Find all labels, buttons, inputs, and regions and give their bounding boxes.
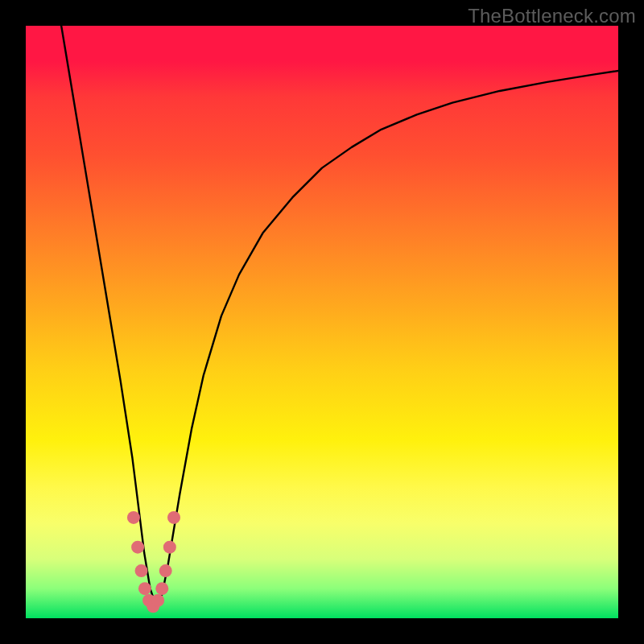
trough-marker [155,582,168,595]
bottleneck-curve [61,26,618,606]
trough-marker [163,541,176,554]
trough-marker [135,564,148,577]
trough-marker [151,594,164,607]
trough-marker [167,511,180,524]
watermark-text: TheBottleneck.com [468,5,636,27]
curve-layer [26,26,618,618]
trough-marker [138,582,151,595]
chart-frame: TheBottleneck.com [0,0,644,644]
trough-marker [131,541,144,554]
trough-marker [159,564,172,577]
trough-marker [127,511,140,524]
plot-area [26,26,618,618]
trough-marker-group [127,511,180,613]
